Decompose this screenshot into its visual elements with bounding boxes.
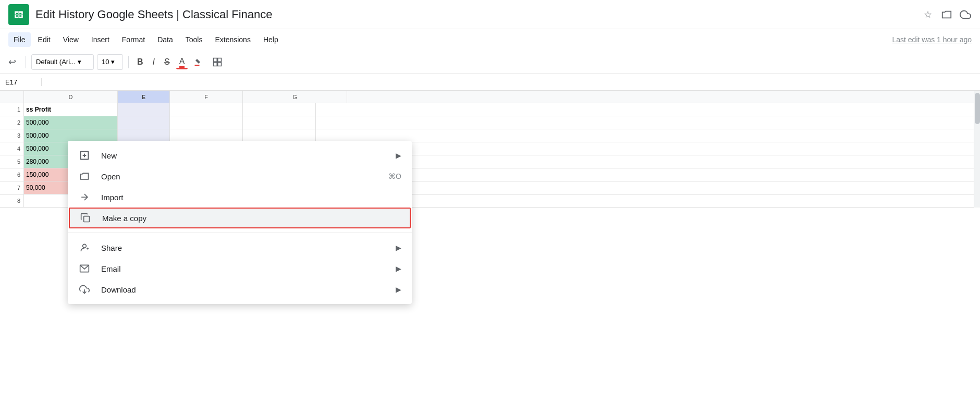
bold-button[interactable]: B bbox=[134, 55, 146, 69]
page-title: Edit History Google Sheets | Classical F… bbox=[35, 8, 915, 21]
menu-item-share[interactable]: Share ▶ bbox=[68, 237, 412, 258]
row-num-6[interactable]: 6 bbox=[0, 168, 23, 181]
menu-item-download[interactable]: Download ▶ bbox=[68, 279, 412, 300]
svg-rect-12 bbox=[218, 62, 222, 66]
menu-help[interactable]: Help bbox=[258, 32, 284, 47]
row-num-1[interactable]: 1 bbox=[0, 103, 23, 116]
col-header-d[interactable]: D bbox=[24, 91, 118, 103]
corner-cell bbox=[0, 91, 24, 103]
menu-item-new[interactable]: New ▶ bbox=[68, 145, 412, 166]
scrollbar-thumb[interactable] bbox=[975, 93, 980, 124]
email-arrow-icon: ▶ bbox=[396, 264, 401, 273]
svg-line-21 bbox=[88, 249, 89, 250]
menu-item-import[interactable]: Import bbox=[68, 187, 412, 208]
col-header-e[interactable]: E bbox=[118, 91, 170, 103]
menu-tools[interactable]: Tools bbox=[180, 32, 208, 47]
chevron-down-icon: ▾ bbox=[111, 58, 115, 66]
cell-g1[interactable] bbox=[243, 103, 316, 116]
menu-data[interactable]: Data bbox=[152, 32, 178, 47]
undo-button[interactable]: ↩ bbox=[4, 54, 20, 70]
cell-ref-bar: E17 bbox=[0, 74, 980, 91]
row-num-5[interactable]: 5 bbox=[0, 155, 23, 168]
menu-item-email-label: Email bbox=[101, 264, 385, 273]
cell-f1[interactable] bbox=[170, 103, 243, 116]
menu-item-import-label: Import bbox=[101, 193, 401, 202]
svg-rect-5 bbox=[19, 15, 21, 17]
menu-item-make-a-copy-label: Make a copy bbox=[102, 214, 400, 223]
strikethrough-button[interactable]: S bbox=[161, 55, 173, 69]
menu-insert[interactable]: Insert bbox=[86, 32, 115, 47]
cell-e3[interactable] bbox=[118, 129, 170, 142]
app-icon[interactable] bbox=[8, 4, 29, 25]
font-size-select[interactable]: 10 ▾ bbox=[97, 54, 123, 70]
col-header-f[interactable]: F bbox=[170, 91, 243, 103]
svg-rect-3 bbox=[19, 13, 21, 14]
table-row: 500,000 bbox=[24, 116, 980, 129]
title-bar: Edit History Google Sheets | Classical F… bbox=[0, 0, 980, 29]
svg-rect-8 bbox=[195, 65, 200, 66]
svg-rect-9 bbox=[214, 58, 217, 62]
download-icon bbox=[78, 284, 91, 295]
email-icon bbox=[78, 263, 91, 274]
cell-d3[interactable]: 500,000 bbox=[24, 129, 118, 142]
menu-view[interactable]: View bbox=[58, 32, 84, 47]
share-icon bbox=[78, 242, 91, 253]
last-edit-label[interactable]: Last edit was 1 hour ago bbox=[892, 35, 972, 44]
spreadsheet-area: D E F G 1 2 3 4 5 6 7 8 ss Profit bbox=[0, 91, 980, 208]
column-header-row: D E F G bbox=[0, 91, 980, 103]
col-header-g[interactable]: G bbox=[243, 91, 347, 103]
svg-rect-17 bbox=[84, 216, 90, 222]
font-family-select[interactable]: Default (Ari... ▾ bbox=[31, 54, 94, 70]
row-num-3[interactable]: 3 bbox=[0, 129, 23, 142]
cell-e2[interactable] bbox=[118, 116, 170, 129]
row-num-7[interactable]: 7 bbox=[0, 181, 23, 195]
menu-edit[interactable]: Edit bbox=[33, 32, 56, 47]
cell-reference[interactable]: E17 bbox=[0, 78, 42, 86]
menu-item-open[interactable]: Open ⌘O bbox=[68, 166, 412, 187]
row-numbers: 1 2 3 4 5 6 7 8 bbox=[0, 103, 24, 208]
svg-rect-11 bbox=[214, 62, 217, 66]
cell-g2[interactable] bbox=[243, 116, 316, 129]
cell-f3[interactable] bbox=[170, 129, 243, 142]
cloud-icon[interactable] bbox=[959, 8, 972, 21]
borders-button[interactable] bbox=[210, 55, 225, 69]
italic-button[interactable]: I bbox=[150, 55, 158, 69]
row-num-2[interactable]: 2 bbox=[0, 116, 23, 129]
menu-file[interactable]: File bbox=[8, 32, 31, 47]
share-arrow-icon: ▶ bbox=[396, 244, 401, 252]
arrow-icon: ▶ bbox=[396, 151, 401, 160]
svg-rect-2 bbox=[16, 13, 18, 14]
title-icons: ☆ bbox=[922, 8, 972, 21]
open-icon bbox=[78, 171, 91, 181]
file-dropdown-menu: New ▶ Open ⌘O Import bbox=[68, 141, 412, 304]
underline-label: A bbox=[179, 57, 185, 68]
menu-format[interactable]: Format bbox=[117, 32, 150, 47]
row-num-4[interactable]: 4 bbox=[0, 142, 23, 155]
cell-e1[interactable] bbox=[118, 103, 170, 116]
toolbar: ↩ Default (Ari... ▾ 10 ▾ B I S A bbox=[0, 50, 980, 74]
svg-rect-10 bbox=[218, 58, 222, 62]
menu-item-new-label: New bbox=[101, 151, 385, 160]
menu-item-email[interactable]: Email ▶ bbox=[68, 258, 412, 279]
dropdown-divider-1 bbox=[68, 233, 412, 233]
new-icon bbox=[78, 150, 91, 161]
row-num-8[interactable]: 8 bbox=[0, 195, 23, 208]
menu-item-download-label: Download bbox=[101, 285, 385, 294]
import-icon bbox=[78, 192, 91, 202]
svg-point-18 bbox=[83, 244, 87, 248]
star-icon[interactable]: ☆ bbox=[922, 8, 934, 21]
cell-f2[interactable] bbox=[170, 116, 243, 129]
fill-color-button[interactable] bbox=[191, 55, 206, 69]
cell-d2[interactable]: 500,000 bbox=[24, 116, 118, 129]
menu-item-open-label: Open bbox=[101, 172, 378, 181]
toolbar-divider-1 bbox=[26, 56, 26, 68]
open-shortcut: ⌘O bbox=[388, 172, 401, 180]
download-arrow-icon: ▶ bbox=[396, 285, 401, 294]
menu-extensions[interactable]: Extensions bbox=[210, 32, 255, 47]
underline-button[interactable]: A bbox=[176, 55, 188, 69]
vertical-scrollbar[interactable] bbox=[974, 91, 980, 208]
cell-g3[interactable] bbox=[243, 129, 316, 142]
cell-d1[interactable]: ss Profit bbox=[24, 103, 118, 116]
menu-item-make-a-copy[interactable]: Make a copy bbox=[69, 208, 411, 228]
folder-icon[interactable] bbox=[940, 8, 953, 21]
